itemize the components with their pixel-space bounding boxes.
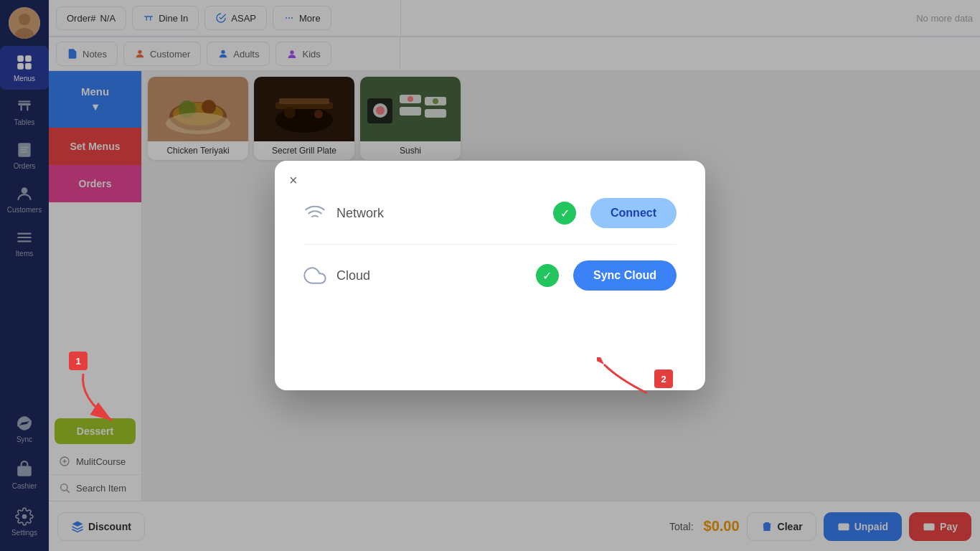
cloud-left: Cloud <box>303 264 370 287</box>
arrow-2 <box>597 357 654 400</box>
annotation-1: 1 <box>69 352 133 428</box>
cloud-icon <box>303 264 326 287</box>
cloud-status-check: ✓ <box>536 264 559 287</box>
annotation-2: 2 <box>597 357 673 400</box>
sync-cloud-btn[interactable]: Sync Cloud <box>573 260 677 291</box>
connect-btn[interactable]: Connect <box>590 198 677 228</box>
network-cloud-modal: × Network ✓ Connect <box>275 161 705 390</box>
cloud-row: Cloud ✓ Sync Cloud <box>303 245 677 306</box>
cloud-label: Cloud <box>336 268 370 283</box>
connect-label: Connect <box>611 207 656 219</box>
network-status-check: ✓ <box>553 202 576 225</box>
badge-1: 1 <box>69 352 88 370</box>
modal-close-btn[interactable]: × <box>289 172 298 189</box>
network-icon <box>303 202 326 225</box>
network-label: Network <box>336 206 384 221</box>
network-row: Network ✓ Connect <box>303 182 677 245</box>
modal-overlay: × Network ✓ Connect <box>0 0 980 551</box>
arrow-1 <box>76 370 133 428</box>
close-icon: × <box>289 172 298 188</box>
sync-cloud-label: Sync Cloud <box>593 269 656 281</box>
badge-2: 2 <box>654 369 673 388</box>
network-left: Network <box>303 202 384 225</box>
